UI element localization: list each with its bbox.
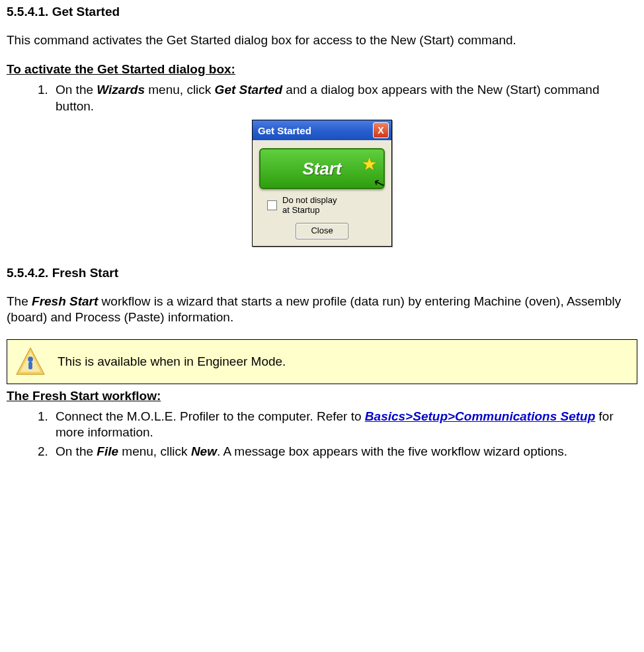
section-heading-1: 5.5.4.1. Get Started bbox=[7, 4, 637, 20]
subhead-1: To activate the Get Started dialog box: bbox=[7, 61, 637, 78]
text: On the bbox=[56, 444, 97, 458]
menu-name: Wizards bbox=[97, 83, 145, 97]
checkbox-label: Do not displayat Startup bbox=[282, 196, 337, 215]
svg-rect-3 bbox=[28, 362, 32, 370]
checkbox-icon[interactable] bbox=[267, 200, 277, 210]
get-started-dialog: Get Started X Start ★ ↖ Do not displayat… bbox=[252, 120, 392, 246]
cursor-icon: ↖ bbox=[371, 173, 387, 193]
info-note-text: This is available when in Engineer Mode. bbox=[58, 354, 286, 370]
subhead-2: The Fresh Start workflow: bbox=[7, 388, 637, 405]
startup-checkbox-row[interactable]: Do not displayat Startup bbox=[267, 196, 385, 215]
text: Connect the M.O.L.E. Profiler to the com… bbox=[56, 409, 365, 423]
section-heading-2: 5.5.4.2. Fresh Start bbox=[7, 265, 637, 282]
steps-list-1: On the Wizards menu, click Get Started a… bbox=[7, 82, 637, 114]
command-name: Get Started bbox=[215, 83, 282, 97]
start-button[interactable]: Start ★ ↖ bbox=[259, 148, 385, 189]
command-name: New bbox=[191, 444, 217, 458]
link-comm-setup[interactable]: Basics>Setup>Communications Setup bbox=[365, 409, 595, 423]
dialog-body: Start ★ ↖ Do not displayat Startup Close bbox=[253, 140, 391, 245]
text: The bbox=[7, 294, 32, 308]
info-note-box: This is available when in Engineer Mode. bbox=[7, 339, 637, 384]
intro-paragraph-1: This command activates the Get Started d… bbox=[7, 32, 637, 49]
start-button-label: Start bbox=[302, 158, 341, 181]
steps-list-2: Connect the M.O.L.E. Profiler to the com… bbox=[7, 409, 637, 460]
text: On the bbox=[56, 83, 97, 97]
close-icon[interactable]: X bbox=[373, 122, 389, 138]
svg-point-2 bbox=[28, 356, 33, 362]
info-icon bbox=[15, 346, 46, 377]
step-2-2: On the File menu, cllick New. A message … bbox=[52, 444, 637, 460]
text: workflow is a wizard that starts a new p… bbox=[7, 294, 621, 325]
text: . A message box appears with the five wo… bbox=[217, 444, 567, 458]
star-icon: ★ bbox=[362, 153, 377, 176]
dialog-titlebar: Get Started X bbox=[253, 120, 391, 140]
step-2-1: Connect the M.O.L.E. Profiler to the com… bbox=[52, 409, 637, 441]
command-name: Fresh Start bbox=[32, 294, 98, 308]
close-button[interactable]: Close bbox=[296, 223, 348, 239]
intro-paragraph-2: The Fresh Start workflow is a wizard tha… bbox=[7, 294, 637, 326]
text: menu, cllick bbox=[118, 444, 191, 458]
dialog-title: Get Started bbox=[258, 124, 311, 138]
menu-name: File bbox=[97, 444, 118, 458]
dialog-screenshot: Get Started X Start ★ ↖ Do not displayat… bbox=[7, 120, 637, 246]
step-1-1: On the Wizards menu, click Get Started a… bbox=[52, 82, 637, 114]
text: menu, click bbox=[145, 83, 215, 97]
